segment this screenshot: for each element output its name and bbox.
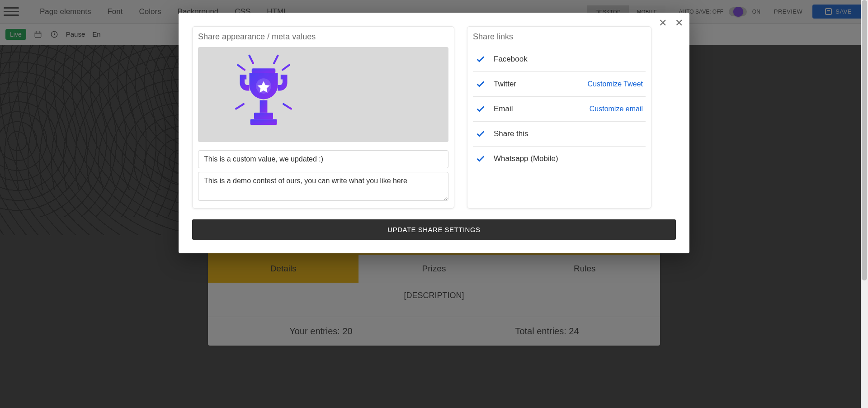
share-links-title: Share links [473, 32, 646, 42]
share-item-whatsapp[interactable]: Whatsapp (Mobile) [473, 147, 646, 171]
share-appearance-panel: Share appearance / meta values [192, 26, 454, 209]
share-links-panel: Share links Facebook Twitter Customize T… [467, 26, 651, 209]
share-description-input[interactable] [198, 172, 448, 201]
share-item-label: Facebook [494, 55, 528, 64]
update-share-settings-button[interactable]: UPDATE SHARE SETTINGS [192, 219, 676, 240]
share-item-label: Share this [494, 129, 528, 138]
share-title-input[interactable] [198, 150, 448, 168]
check-icon [476, 54, 486, 64]
svg-rect-12 [260, 100, 268, 113]
customize-tweet-link[interactable]: Customize Tweet [588, 80, 643, 88]
share-item-email[interactable]: Email Customize email [473, 97, 646, 122]
share-item-twitter[interactable]: Twitter Customize Tweet [473, 72, 646, 97]
share-appearance-title: Share appearance / meta values [198, 32, 448, 42]
share-item-label: Whatsapp (Mobile) [494, 154, 558, 163]
svg-rect-13 [254, 113, 273, 119]
scrollbar-thumb[interactable] [862, 0, 867, 280]
svg-line-4 [274, 56, 278, 63]
page-scrollbar[interactable] [861, 0, 868, 408]
share-item-label: Email [494, 104, 513, 114]
customize-email-link[interactable]: Customize email [590, 105, 643, 113]
share-settings-modal: ✕ ✕ Share appearance / meta values [179, 13, 689, 253]
svg-line-3 [250, 56, 253, 63]
svg-rect-11 [252, 68, 276, 73]
check-icon [476, 104, 486, 114]
svg-line-6 [283, 65, 289, 70]
svg-line-9 [236, 104, 244, 109]
svg-rect-14 [250, 119, 277, 125]
share-item-facebook[interactable]: Facebook [473, 47, 646, 72]
check-icon [476, 154, 486, 164]
modal-close-icon-1[interactable]: ✕ [659, 17, 667, 29]
svg-line-5 [238, 65, 245, 70]
share-image-preview[interactable] [198, 47, 448, 142]
modal-close-icon-2[interactable]: ✕ [675, 17, 683, 29]
check-icon [476, 79, 486, 89]
svg-line-10 [283, 104, 291, 109]
share-item-sharethis[interactable]: Share this [473, 122, 646, 147]
trophy-icon [216, 47, 311, 142]
share-item-label: Twitter [494, 80, 516, 89]
check-icon [476, 129, 486, 139]
